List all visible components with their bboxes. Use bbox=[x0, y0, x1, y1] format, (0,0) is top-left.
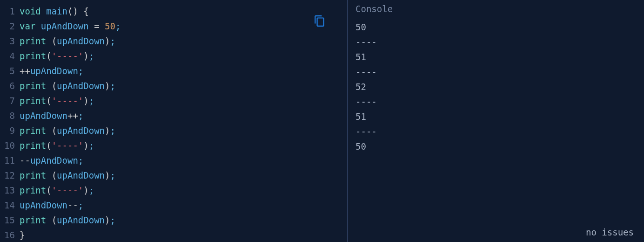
line-number: 2 bbox=[0, 19, 20, 34]
line-content[interactable]: void main() { bbox=[20, 4, 89, 19]
line-content[interactable]: print (upAndDown); bbox=[20, 78, 115, 93]
console-line: ---- bbox=[356, 35, 637, 49]
console-line: ---- bbox=[356, 124, 637, 139]
line-content[interactable]: print('----'); bbox=[20, 93, 94, 108]
code-line[interactable]: 16} bbox=[0, 228, 347, 242]
line-number: 9 bbox=[0, 123, 20, 138]
line-number: 5 bbox=[0, 63, 20, 78]
console-line: 50 bbox=[356, 20, 637, 35]
console-line: 51 bbox=[356, 109, 637, 124]
code-line[interactable]: 5++upAndDown; bbox=[0, 63, 347, 78]
line-content[interactable]: upAndDown--; bbox=[20, 198, 83, 213]
line-content[interactable]: print (upAndDown); bbox=[20, 213, 115, 228]
code-line[interactable]: 7print('----'); bbox=[0, 93, 347, 108]
copy-icon bbox=[314, 15, 326, 27]
console-line: ---- bbox=[356, 64, 637, 79]
code-container[interactable]: 1void main() {2var upAndDown = 50;3print… bbox=[0, 4, 347, 242]
code-line[interactable]: 12print (upAndDown); bbox=[0, 168, 347, 183]
code-line[interactable]: 6print (upAndDown); bbox=[0, 78, 347, 93]
code-line[interactable]: 8upAndDown++; bbox=[0, 108, 347, 123]
line-content[interactable]: print (upAndDown); bbox=[20, 123, 115, 138]
code-line[interactable]: 11--upAndDown; bbox=[0, 153, 347, 168]
line-content[interactable]: upAndDown++; bbox=[20, 108, 83, 123]
copy-button[interactable] bbox=[314, 15, 326, 29]
console-pane: Console 50----51----52----51----50 no is… bbox=[348, 0, 644, 242]
line-number: 12 bbox=[0, 168, 20, 183]
code-line[interactable]: 1void main() { bbox=[0, 4, 347, 19]
line-content[interactable]: print (upAndDown); bbox=[20, 168, 115, 183]
code-line[interactable]: 4print('----'); bbox=[0, 48, 347, 63]
line-number: 14 bbox=[0, 198, 20, 213]
status-text: no issues bbox=[586, 227, 634, 237]
line-number: 3 bbox=[0, 34, 20, 48]
line-number: 1 bbox=[0, 4, 20, 19]
line-content[interactable]: --upAndDown; bbox=[20, 153, 83, 168]
line-content[interactable]: var upAndDown = 50; bbox=[20, 19, 121, 34]
line-number: 15 bbox=[0, 213, 20, 228]
line-number: 7 bbox=[0, 93, 20, 108]
line-number: 4 bbox=[0, 48, 20, 63]
console-line: 52 bbox=[356, 79, 637, 94]
code-line[interactable]: 2var upAndDown = 50; bbox=[0, 19, 347, 34]
code-line[interactable]: 9print (upAndDown); bbox=[0, 123, 347, 138]
line-content[interactable]: print('----'); bbox=[20, 138, 94, 153]
editor-pane[interactable]: 1void main() {2var upAndDown = 50;3print… bbox=[0, 0, 347, 242]
line-number: 11 bbox=[0, 153, 20, 168]
code-line[interactable]: 14upAndDown--; bbox=[0, 198, 347, 213]
line-number: 16 bbox=[0, 228, 20, 242]
line-content[interactable]: } bbox=[20, 228, 25, 242]
code-line[interactable]: 3print (upAndDown); bbox=[0, 34, 347, 48]
line-content[interactable]: ++upAndDown; bbox=[20, 63, 83, 78]
line-number: 6 bbox=[0, 78, 20, 93]
line-content[interactable]: print('----'); bbox=[20, 48, 94, 63]
console-title: Console bbox=[356, 4, 637, 14]
line-content[interactable]: print('----'); bbox=[20, 183, 94, 198]
line-content[interactable]: print (upAndDown); bbox=[20, 34, 115, 48]
code-line[interactable]: 13print('----'); bbox=[0, 183, 347, 198]
line-number: 13 bbox=[0, 183, 20, 198]
line-number: 8 bbox=[0, 108, 20, 123]
code-line[interactable]: 10print('----'); bbox=[0, 138, 347, 153]
console-line: 50 bbox=[356, 139, 637, 154]
console-output: 50----51----52----51----50 bbox=[356, 20, 637, 154]
line-number: 10 bbox=[0, 138, 20, 153]
console-line: 51 bbox=[356, 49, 637, 64]
console-line: ---- bbox=[356, 94, 637, 109]
code-line[interactable]: 15print (upAndDown); bbox=[0, 213, 347, 228]
